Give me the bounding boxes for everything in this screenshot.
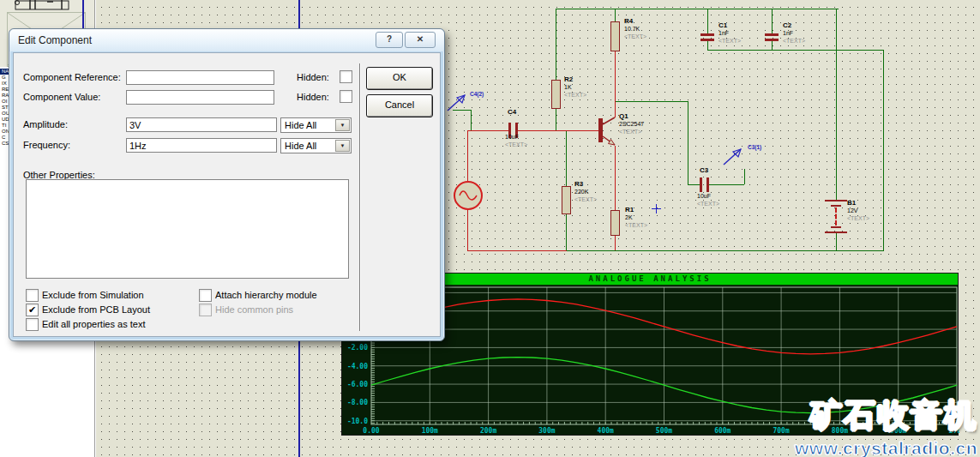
wire <box>467 130 468 181</box>
exclude-pcb-checkbox[interactable]: ✔ <box>26 304 39 316</box>
component-R1-body[interactable] <box>610 210 620 236</box>
component-label-C2: C2 1nF <TEXT> <box>783 21 805 45</box>
component-B1-plate[interactable] <box>825 232 847 233</box>
transistor-leads <box>596 111 622 150</box>
wire <box>615 9 616 21</box>
svg-text:0.00: 0.00 <box>363 427 379 435</box>
chevron-down-icon[interactable]: ▼ <box>335 140 350 152</box>
amplitude-visibility-dropdown[interactable]: Hide All ▼ <box>280 117 352 133</box>
attach-hierarchy-checkbox[interactable] <box>199 289 212 302</box>
origin-marker <box>656 204 657 213</box>
svg-text:-4.00: -4.00 <box>347 363 368 370</box>
wire <box>467 208 468 250</box>
voltage-probe-icon[interactable] <box>718 142 748 168</box>
hide-common-pins-checkbox[interactable] <box>199 304 212 316</box>
component-label-R3: R3 220K <TEXT> <box>574 180 597 203</box>
ok-button[interactable]: OK <box>366 67 433 90</box>
component-label-R4: R4 10.7K <TEXT> <box>624 17 646 40</box>
amplitude-input[interactable] <box>126 117 277 132</box>
dialog-body: Component Reference: Hidden: Component V… <box>13 52 441 337</box>
component-R3-body[interactable] <box>562 186 571 214</box>
svg-text:1.00: 1.00 <box>948 427 959 435</box>
component-B1-plate[interactable] <box>825 200 847 201</box>
wire <box>556 9 839 9</box>
component-label-C4-value: 10uF <TEXT> <box>505 133 527 148</box>
svg-text:200m: 200m <box>480 427 496 435</box>
frequency-input[interactable] <box>126 138 277 153</box>
component-C1-plate[interactable] <box>700 39 714 41</box>
wire <box>688 101 688 184</box>
wire <box>615 146 616 210</box>
divider <box>359 63 360 331</box>
component-C3-plate[interactable] <box>706 177 709 192</box>
dialog-titlebar[interactable]: Edit Component ? ✕ <box>9 29 444 51</box>
component-C2-plate[interactable] <box>765 39 779 41</box>
amplitude-label: Amplitude: <box>23 119 68 129</box>
wire <box>556 9 556 80</box>
wire <box>707 9 708 33</box>
edit-all-text-checkbox[interactable] <box>26 318 39 331</box>
component-R2-body[interactable] <box>551 80 561 109</box>
component-label-C3-ref: C3 <box>700 166 708 174</box>
proteus-window: C4(2) C3(1) R4 10.7K <TEXT> C1 1nF <TEXT… <box>0 0 980 457</box>
value-input[interactable] <box>126 90 274 105</box>
close-icon[interactable]: ✕ <box>405 32 436 48</box>
wire <box>883 50 884 250</box>
wire <box>467 250 567 251</box>
wire <box>772 9 773 33</box>
dialog-title: Edit Component <box>18 29 92 51</box>
component-B1-plate[interactable] <box>831 205 841 207</box>
frequency-label: Frequency: <box>23 140 70 150</box>
component-R4-body[interactable] <box>610 21 620 51</box>
other-properties-textarea[interactable] <box>26 179 349 279</box>
component-label-R2: R2 1K <TEXT> <box>564 75 586 99</box>
component-B1-plate[interactable] <box>831 226 841 228</box>
svg-text:-2.00: -2.00 <box>347 344 368 352</box>
svg-text:-10.0: -10.0 <box>347 418 368 425</box>
cancel-button[interactable]: Cancel <box>366 94 433 117</box>
svg-text:-6.00: -6.00 <box>347 381 368 388</box>
wire <box>744 169 745 184</box>
svg-text:300m: 300m <box>538 427 555 435</box>
frequency-visibility-dropdown[interactable]: Hide All ▼ <box>280 138 352 153</box>
reference-input[interactable] <box>126 70 274 85</box>
component-label-C4-ref: C4 <box>508 108 516 116</box>
component-C2-plate[interactable] <box>765 33 779 36</box>
wire <box>836 9 837 200</box>
component-C3-plate[interactable] <box>700 177 702 192</box>
component-label-Q1: Q1 2SC2547 <TEXT> <box>619 112 644 135</box>
wire <box>467 130 508 131</box>
svg-text:500m: 500m <box>656 427 672 435</box>
wire <box>566 250 884 251</box>
component-C1-plate[interactable] <box>700 33 714 36</box>
exclude-simulation-checkbox[interactable] <box>26 289 39 302</box>
value-hidden-label: Hidden: <box>297 92 329 102</box>
help-icon[interactable]: ? <box>376 32 403 48</box>
reference-hidden-checkbox[interactable] <box>340 70 352 83</box>
sine-symbol <box>455 183 481 208</box>
wire <box>688 184 700 185</box>
value-hidden-checkbox[interactable] <box>340 90 352 103</box>
wire <box>556 107 556 131</box>
reference-label: Component Reference: <box>23 72 121 82</box>
wire <box>707 41 708 50</box>
value-label: Component Value: <box>23 92 100 102</box>
edit-component-dialog: Edit Component ? ✕ Component Reference: … <box>9 28 445 341</box>
svg-text:800m: 800m <box>832 427 848 435</box>
reference-hidden-label: Hidden: <box>297 72 329 82</box>
svg-text:900m: 900m <box>890 427 906 435</box>
voltage-probe-icon[interactable] <box>442 88 472 114</box>
wire <box>615 234 616 250</box>
wire <box>566 213 567 250</box>
chevron-down-icon[interactable]: ▼ <box>335 119 350 131</box>
wire <box>709 184 744 185</box>
component-sine-source[interactable] <box>454 181 483 210</box>
battery-dashed-link <box>835 207 837 225</box>
wire <box>772 41 773 50</box>
component-label-C3-value: 10uF <TEXT> <box>697 192 719 207</box>
svg-text:600m: 600m <box>714 427 730 435</box>
component-label-C1: C1 1nF <TEXT> <box>718 21 741 45</box>
component-label-R1: R1 2K <TEXT> <box>625 206 647 229</box>
probe-label: C4(2) <box>470 91 484 97</box>
svg-text:100m: 100m <box>422 427 438 435</box>
